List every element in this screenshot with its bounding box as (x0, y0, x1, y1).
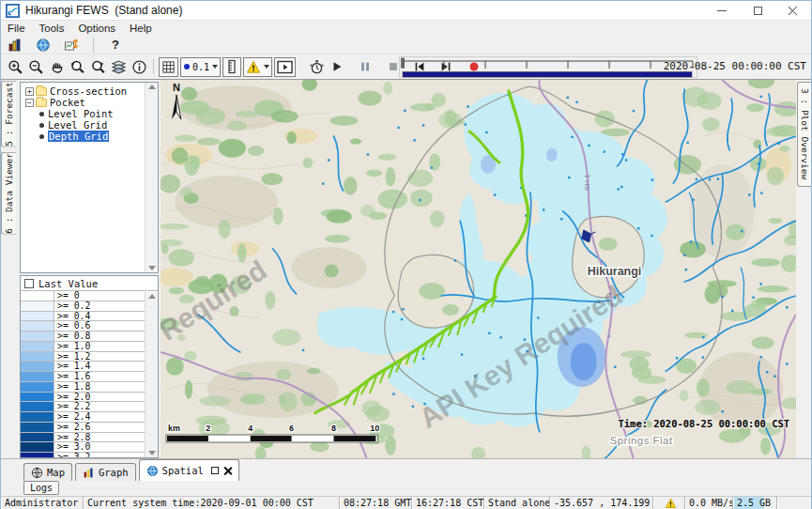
legend-color-swatch (21, 372, 54, 381)
folder-icon (36, 99, 47, 107)
tab-maximize-icon[interactable] (211, 467, 219, 474)
main-toolbar: ? (1, 36, 811, 54)
zoom-previous-icon[interactable] (67, 58, 87, 76)
expand-icon[interactable]: + (25, 87, 34, 96)
time-slider[interactable] (399, 55, 699, 79)
layers-icon[interactable] (108, 58, 129, 76)
legend-scrollbar[interactable] (145, 292, 158, 457)
legend-color-swatch (21, 433, 54, 442)
last-value-label: Last Value (38, 278, 98, 289)
legend-color-swatch (21, 362, 54, 371)
tab-close-icon[interactable] (223, 467, 232, 475)
tree-item-pocket[interactable]: −Pocket (23, 97, 158, 108)
svg-text:6: 6 (289, 424, 294, 433)
scroll-up-icon[interactable] (148, 294, 156, 299)
last-value-checkbox[interactable] (24, 279, 34, 288)
legend-label: >= 1.2 (54, 352, 145, 362)
status-bar: Administrator Current system time:2020-0… (1, 496, 811, 509)
current-datetime: 2020-08-25 00:00:00 CST (664, 60, 806, 72)
tree-item-depth-grid[interactable]: Depth Grid (23, 131, 158, 142)
vertical-scale-button[interactable] (222, 57, 241, 77)
legend-label: >= 1.4 (54, 362, 145, 371)
maximize-button[interactable] (740, 1, 775, 20)
animation-button[interactable] (274, 57, 296, 77)
legend-row: >= 0.2 (21, 301, 145, 312)
zoom-in-icon[interactable] (5, 58, 25, 76)
left-panel-tab[interactable]: 6 : Data Viewer (1, 152, 16, 235)
left-panel-tab[interactable]: 5 : Forecast (1, 81, 16, 147)
tree-item-label: Level Grid (48, 119, 107, 131)
minimize-button[interactable] (704, 1, 740, 20)
timer-icon[interactable] (306, 58, 327, 76)
grid-display-button[interactable] (159, 57, 178, 77)
menu-bar: FileToolsOptionsHelp (1, 21, 811, 36)
menu-item[interactable]: Help (130, 23, 152, 34)
legend-label: >= 0 (54, 291, 145, 301)
tree-scrollbar[interactable] (145, 83, 158, 272)
place-label: Springs Flat (610, 435, 673, 446)
title-bar: Hikurangi FEWS (Stand alone) (1, 1, 811, 21)
tab-spatial[interactable]: Spatial (139, 459, 239, 481)
pan-hand-icon[interactable] (46, 58, 67, 76)
road-label: SH 1 (583, 174, 591, 191)
menu-item[interactable]: File (8, 23, 25, 34)
globe-icon[interactable] (33, 36, 54, 54)
legend-color-swatch (21, 382, 54, 392)
scroll-down-icon[interactable] (148, 266, 156, 270)
zoom-next-icon[interactable] (87, 58, 108, 76)
legend-label: >= 1.8 (54, 382, 145, 392)
tree-item-level-point[interactable]: Level Point (23, 108, 158, 119)
class-threshold-dropdown[interactable]: 0.1 (180, 57, 221, 77)
bottom-tab-bar: Map Graph Spatial (1, 458, 811, 481)
legend-color-swatch (21, 412, 54, 422)
info-icon[interactable] (129, 58, 149, 76)
zoom-out-icon[interactable] (25, 58, 46, 76)
status-system-time: Current system time:2020-09-01 00:00 CST (84, 497, 340, 509)
animation-icon (277, 60, 293, 74)
map-canvas[interactable]: API Key Required API Key Required SH 1 H… (161, 80, 796, 458)
legend-label: >= 0.8 (54, 332, 145, 341)
maximize-icon (754, 7, 762, 15)
fews-logo-icon (6, 4, 20, 18)
tab-graph[interactable]: Graph (75, 463, 136, 481)
blue-globe-icon (146, 465, 159, 477)
help-icon[interactable]: ? (105, 36, 126, 54)
vertical-scale-icon (225, 59, 238, 74)
tab-map[interactable]: Map (23, 463, 72, 481)
play-icon[interactable] (327, 58, 347, 76)
legend-color-swatch (21, 453, 54, 457)
close-button[interactable] (775, 1, 811, 20)
legend-color-swatch (21, 423, 54, 432)
tab-label: Graph (99, 467, 129, 478)
time-slider-handle[interactable] (401, 58, 405, 69)
tree-item-label: Level Point (48, 108, 114, 119)
legend-color-swatch (21, 342, 54, 351)
warning-icon (246, 60, 261, 74)
tree-item-cross-section[interactable]: +Cross-section (23, 85, 158, 97)
collapse-icon[interactable]: − (25, 99, 34, 107)
spatial-display-icon[interactable] (61, 36, 82, 54)
left-tab-strip: 5 : Forecast6 : Data Viewer (1, 80, 18, 458)
menu-item[interactable]: Options (78, 23, 115, 34)
logs-tab[interactable]: Logs (23, 481, 59, 495)
legend-label: >= 0.2 (54, 301, 145, 311)
logs-row: Logs (1, 481, 811, 496)
class-threshold-value: 0.1 (192, 62, 209, 72)
legend-label: >= 2.4 (54, 412, 145, 422)
status-filler (777, 497, 811, 509)
legend-row: >= 1.8 (21, 382, 145, 393)
folder-icon (36, 87, 47, 96)
plot-overview-tab[interactable]: 3 : Plot Overview (797, 82, 811, 187)
scroll-down-icon[interactable] (148, 451, 156, 455)
database-chart-icon[interactable] (5, 36, 25, 54)
tree-item-level-grid[interactable]: Level Grid (23, 119, 158, 131)
pause-icon[interactable] (355, 58, 375, 76)
chevron-down-icon (264, 65, 269, 69)
svg-text:2: 2 (206, 424, 210, 433)
legend-label: >= 3.0 (54, 442, 145, 452)
toolbar-separator (153, 59, 154, 74)
thresholds-warning-dropdown[interactable] (243, 57, 272, 77)
scroll-up-icon[interactable] (148, 85, 156, 89)
menu-item[interactable]: Tools (39, 23, 65, 34)
tab-label: Spatial (162, 465, 204, 476)
